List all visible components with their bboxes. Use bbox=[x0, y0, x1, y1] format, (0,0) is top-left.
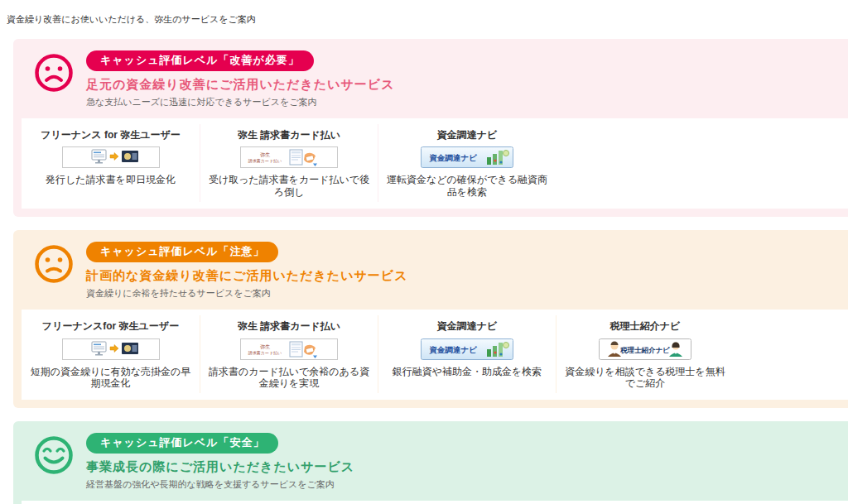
service-card-tax-accountant-navi[interactable]: 税理士紹介ナビ 税理士紹介ナビ bbox=[556, 315, 734, 393]
service-desc: 請求書のカード払いで余裕のある資金繰りを実現 bbox=[205, 366, 373, 390]
fund-raising-navi-banner-icon[interactable]: 資金調達ナビ bbox=[383, 338, 551, 360]
service-card-invoice-card-pay[interactable]: 弥生 請求書カード払い 弥生 請求書カード払い 請求書のカード払いで余裕のある資… bbox=[200, 315, 378, 393]
svg-text:弥生: 弥生 bbox=[260, 152, 270, 157]
section-header: キャッシュ評価レベル「注意」 計画的な資金繰り改善にご活用いただきたいサービス … bbox=[33, 242, 848, 300]
freenance-banner-icon[interactable] bbox=[26, 146, 195, 168]
section-heading: 計画的な資金繰り改善にご活用いただきたいサービス bbox=[86, 268, 408, 284]
service-card-freenance[interactable]: フリーナンスfor 弥生ユーザー 短期の資金繰りに有効な売掛金の早期現金化 bbox=[22, 315, 200, 393]
service-desc: 発行した請求書を即日現金化 bbox=[26, 174, 195, 185]
section-header-text: キャッシュ評価レベル「安全」 事業成長の際にご活用いただきたいサービス 経営基盤… bbox=[86, 433, 354, 491]
service-title: 資金調達ナビ bbox=[383, 320, 551, 332]
section-caution: キャッシュ評価レベル「注意」 計画的な資金繰り改善にご活用いただきたいサービス … bbox=[13, 230, 848, 408]
section-heading: 事業成長の際にご活用いただきたいサービス bbox=[86, 459, 354, 475]
service-title: フリーナンスfor 弥生ユーザー bbox=[26, 320, 195, 332]
service-card-fund-raising-navi[interactable]: 資金調達ナビ 資金調達ナビ bbox=[378, 124, 556, 202]
invoice-card-pay-banner-icon[interactable]: 弥生 請求書カード払い bbox=[205, 146, 373, 168]
service-card-invoice-card-pay[interactable]: 弥生 請求書カード払い 弥生 請求書カード払い 受け取った請求書をカード払いで後… bbox=[200, 124, 378, 202]
cash-level-badge: キャッシュ評価レベル「安全」 bbox=[86, 433, 278, 454]
services-panel: フリーナンスfor 弥生ユーザー 短期の資金繰りに有効な売掛金の早期現金化 bbox=[22, 310, 848, 400]
services-panel: フリーナンス for 弥生ユーザー 発行した請求書を即日現金化 bbox=[22, 118, 848, 209]
section-header: キャッシュ評価レベル「改善が必要」 足元の資金繰り改善にご活用いただきたいサービ… bbox=[33, 50, 848, 108]
fund-raising-navi-banner-icon[interactable]: 資金調達ナビ bbox=[383, 146, 551, 168]
worried-face-icon bbox=[33, 243, 75, 285]
section-needs-improvement: キャッシュ評価レベル「改善が必要」 足元の資金繰り改善にご活用いただきたいサービ… bbox=[13, 39, 848, 217]
svg-text:税理士紹介ナビ: 税理士紹介ナビ bbox=[619, 345, 670, 353]
cash-level-badge: キャッシュ評価レベル「注意」 bbox=[86, 242, 278, 262]
section-header: キャッシュ評価レベル「安全」 事業成長の際にご活用いただきたいサービス 経営基盤… bbox=[33, 433, 848, 491]
service-title: 税理士紹介ナビ bbox=[561, 320, 729, 332]
sad-face-icon bbox=[33, 52, 75, 94]
svg-text:請求書カード払い: 請求書カード払い bbox=[248, 350, 282, 356]
service-desc: 受け取った請求書をカード払いで後ろ倒し bbox=[205, 174, 373, 198]
section-subheading: 急な支払いニーズに迅速に対応できるサービスをご案内 bbox=[86, 96, 395, 108]
cash-level-badge: キャッシュ評価レベル「改善が必要」 bbox=[86, 50, 314, 71]
section-subheading: 資金繰りに余裕を持たせるサービスをご案内 bbox=[86, 287, 408, 300]
smiling-face-icon bbox=[33, 434, 75, 476]
section-subheading: 経営基盤の強化や長期的な戦略を支援するサービスをご案内 bbox=[86, 478, 354, 491]
svg-text:弥生: 弥生 bbox=[260, 343, 270, 348]
svg-text:請求書カード払い: 請求書カード払い bbox=[248, 158, 282, 164]
section-header-text: キャッシュ評価レベル「注意」 計画的な資金繰り改善にご活用いただきたいサービス … bbox=[86, 242, 408, 300]
page-intro: 資金繰り改善にお使いいただける、弥生のサービスをご案内 bbox=[7, 13, 848, 26]
service-card-freenance[interactable]: フリーナンス for 弥生ユーザー 発行した請求書を即日現金化 bbox=[22, 124, 200, 202]
service-desc: 資金繰りを相談できる税理士を無料でご紹介 bbox=[561, 366, 729, 390]
service-title: フリーナンス for 弥生ユーザー bbox=[26, 129, 195, 141]
service-title: 資金調達ナビ bbox=[383, 129, 551, 141]
tax-accountant-navi-banner-icon[interactable]: 税理士紹介ナビ bbox=[561, 338, 729, 360]
services-panel: 資金調達ナビ 資金調達ナビ 設備投資などにも使える補助金、融資を検索 bbox=[22, 501, 848, 504]
service-title: 弥生 請求書カード払い bbox=[205, 129, 373, 141]
service-card-fund-raising-navi[interactable]: 資金調達ナビ 資金調達ナビ 銀行融資や補助金・助成金を検索 bbox=[378, 315, 556, 393]
section-safe: キャッシュ評価レベル「安全」 事業成長の際にご活用いただきたいサービス 経営基盤… bbox=[13, 421, 848, 504]
section-header-text: キャッシュ評価レベル「改善が必要」 足元の資金繰り改善にご活用いただきたいサービ… bbox=[86, 50, 395, 108]
svg-text:資金調達ナビ: 資金調達ナビ bbox=[429, 345, 477, 354]
invoice-card-pay-banner-icon[interactable]: 弥生 請求書カード払い bbox=[205, 338, 373, 360]
service-title: 弥生 請求書カード払い bbox=[205, 320, 373, 332]
section-heading: 足元の資金繰り改善にご活用いただきたいサービス bbox=[86, 77, 395, 93]
service-desc: 運転資金などの確保ができる融資商品を検索 bbox=[383, 174, 551, 198]
service-desc: 銀行融資や補助金・助成金を検索 bbox=[383, 366, 551, 377]
service-desc: 短期の資金繰りに有効な売掛金の早期現金化 bbox=[26, 366, 195, 390]
freenance-banner-icon[interactable] bbox=[26, 338, 195, 360]
svg-text:資金調達ナビ: 資金調達ナビ bbox=[429, 153, 477, 162]
